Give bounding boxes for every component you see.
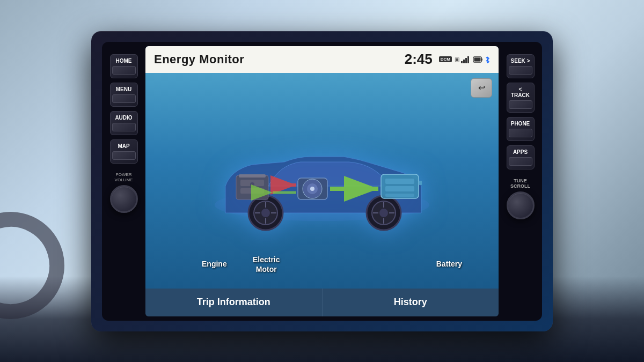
back-arrow-icon: ↩ (478, 83, 485, 93)
svg-rect-3 (467, 56, 469, 63)
head-unit-bezel: HOME MENU AUDIO MAP POWERVOLUME (91, 31, 553, 331)
status-area: 2:45 DCM ▣ (405, 51, 490, 68)
trip-information-tab[interactable]: Trip Information (145, 289, 323, 316)
car-interior: HOME MENU AUDIO MAP POWERVOLUME (0, 0, 644, 362)
svg-rect-0 (461, 61, 463, 63)
track-btn-rect (509, 100, 532, 109)
svg-point-10 (261, 209, 270, 217)
seek-button[interactable]: SEEK > (507, 54, 535, 78)
audio-btn-rect (112, 123, 136, 131)
svg-rect-33 (385, 186, 414, 191)
screen-title: Energy Monitor (154, 53, 244, 67)
svg-rect-32 (385, 179, 414, 184)
phone-label: PHONE (511, 121, 530, 127)
svg-point-25 (250, 182, 254, 187)
menu-button[interactable]: MENU (110, 83, 138, 107)
menu-label: MENU (116, 86, 131, 92)
home-button[interactable]: HOME (110, 54, 138, 78)
svg-rect-26 (239, 174, 266, 178)
car-diagram-svg (193, 127, 451, 234)
home-label: HOME (116, 58, 132, 64)
menu-btn-rect (112, 94, 136, 103)
main-screen: Energy Monitor 2:45 DCM ▣ (145, 46, 499, 316)
car-diagram: Engine ElectricMotor Battery (145, 73, 499, 289)
status-icons: DCM ▣ (439, 56, 490, 63)
battery-label: Battery (436, 260, 462, 268)
track-label: < TRACK (509, 86, 532, 98)
tune-scroll-area: TUNESCROLL (507, 178, 535, 220)
svg-rect-24 (240, 188, 264, 194)
dcm-badge: DCM (439, 56, 452, 62)
bluetooth-icon (485, 56, 490, 63)
apps-label: APPS (513, 149, 528, 155)
svg-point-17 (379, 209, 388, 217)
phone-btn-rect (509, 129, 532, 137)
home-btn-rect (112, 66, 136, 75)
engine-label: Engine (202, 260, 227, 268)
power-volume-area: POWERVOLUME (110, 172, 138, 213)
tune-label: TUNESCROLL (510, 178, 530, 190)
apps-button[interactable]: APPS (507, 145, 535, 169)
svg-rect-35 (419, 181, 422, 185)
power-volume-label: POWERVOLUME (115, 172, 133, 183)
svg-rect-6 (474, 57, 481, 61)
signal-bars-icon (461, 56, 472, 63)
seek-label: SEEK > (511, 58, 530, 64)
map-btn-rect (112, 151, 136, 160)
right-button-column: SEEK > < TRACK PHONE APPS TUNESCROLL (503, 46, 538, 316)
svg-point-30 (310, 187, 314, 191)
history-tab[interactable]: History (323, 289, 499, 316)
screen-container: Energy Monitor 2:45 DCM ▣ (145, 46, 499, 316)
back-button[interactable]: ↩ (471, 78, 492, 98)
seek-btn-rect (509, 66, 532, 75)
energy-diagram-area: ↩ (145, 73, 499, 289)
left-button-column: HOME MENU AUDIO MAP POWERVOLUME (106, 46, 141, 316)
dcm-icon: ▣ (455, 56, 459, 62)
inner-frame: HOME MENU AUDIO MAP POWERVOLUME (102, 42, 542, 321)
audio-button[interactable]: AUDIO (110, 111, 138, 135)
battery-icon (473, 56, 483, 63)
top-bar: Energy Monitor 2:45 DCM ▣ (145, 46, 499, 73)
motor-label: ElectricMotor (253, 255, 280, 274)
svg-rect-1 (463, 60, 465, 63)
tune-scroll-knob[interactable] (507, 191, 535, 219)
track-button[interactable]: < TRACK (507, 83, 535, 113)
svg-rect-2 (465, 58, 467, 63)
map-label: MAP (118, 143, 129, 149)
svg-rect-34 (385, 194, 414, 197)
power-volume-knob[interactable] (110, 185, 138, 213)
apps-btn-rect (509, 157, 532, 166)
clock-display: 2:45 (405, 51, 433, 68)
map-button[interactable]: MAP (110, 139, 138, 164)
phone-button[interactable]: PHONE (507, 117, 535, 141)
audio-label: AUDIO (115, 115, 132, 121)
svg-rect-22 (236, 175, 268, 200)
bottom-tabs: Trip Information History (145, 289, 499, 316)
svg-rect-5 (481, 58, 482, 61)
